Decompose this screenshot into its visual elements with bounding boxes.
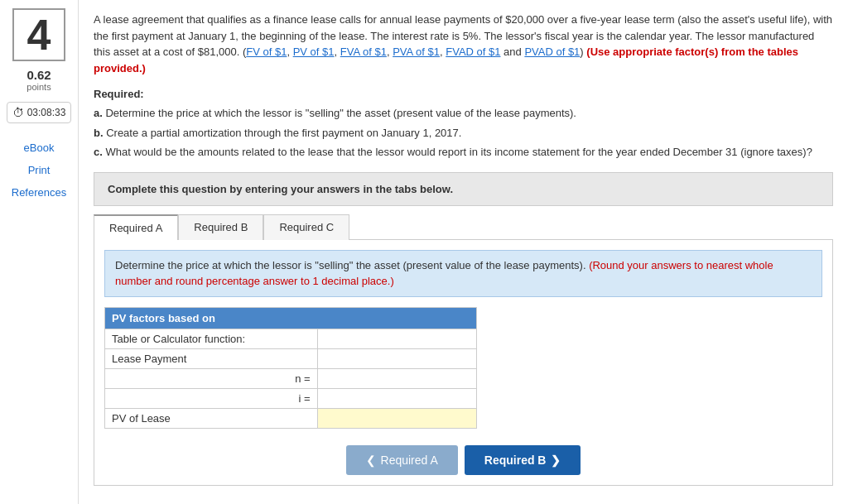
pv-lease-input-cell: [317, 408, 476, 428]
sidebar-links: eBook Print References: [0, 140, 78, 200]
table-header-row: PV factors based on: [105, 307, 477, 329]
tab-required-b[interactable]: Required B: [178, 214, 263, 240]
tab-required-c[interactable]: Required C: [263, 214, 349, 240]
fva-link[interactable]: FVA of $1: [340, 46, 387, 58]
fvad-link[interactable]: FVAD of $1: [446, 46, 500, 58]
prev-button[interactable]: ❮ Required A: [346, 445, 458, 475]
tab-content: Determine the price at which the lessor …: [94, 239, 833, 486]
points-value: 0.62: [26, 68, 51, 82]
calc-label: Table or Calculator function:: [105, 329, 318, 348]
points-label: points: [26, 82, 51, 92]
references-link[interactable]: References: [8, 185, 70, 200]
fv-link[interactable]: FV of $1: [246, 46, 287, 58]
timer-icon: ⏱: [12, 106, 24, 119]
next-button[interactable]: Required B ❯: [465, 445, 581, 475]
question-number: 4: [12, 8, 65, 61]
lease-payment-input[interactable]: [325, 353, 470, 365]
pvad-link[interactable]: PVAD of $1: [524, 46, 580, 58]
pv-lease-label: PV of Lease: [105, 408, 318, 428]
lease-label: Lease Payment: [105, 348, 318, 368]
next-label: Required B: [484, 454, 547, 467]
table-header-cell: PV factors based on: [105, 307, 477, 329]
table-row-lease: Lease Payment: [105, 348, 477, 368]
req-label-a: a.: [94, 107, 105, 119]
n-label: n =: [105, 368, 318, 388]
required-heading: Required:: [94, 88, 833, 100]
i-input-cell: [317, 388, 476, 408]
required-section: Required: a. Determine the price at whic…: [94, 88, 833, 161]
lease-input-cell: [317, 348, 476, 368]
calc-input-cell: [317, 329, 476, 348]
table-row-pv-lease: PV of Lease: [105, 408, 477, 428]
main-content: A lease agreement that qualifies as a fi…: [79, 0, 848, 504]
table-row-calc: Table or Calculator function:: [105, 329, 477, 348]
req-item-b: b. Create a partial amortization through…: [94, 125, 833, 142]
n-input-cell: [317, 368, 476, 388]
pv-lease-input[interactable]: [325, 412, 470, 425]
req-label-b: b.: [94, 127, 106, 139]
req-label-c: c.: [94, 146, 105, 158]
nav-buttons: ❮ Required A Required B ❯: [104, 445, 822, 475]
req-item-c: c. What would be the amounts related to …: [94, 144, 833, 161]
n-input[interactable]: [325, 372, 470, 385]
table-row-n: n =: [105, 368, 477, 388]
table-row-i: i =: [105, 388, 477, 408]
i-label: i =: [105, 388, 318, 408]
instruction-text: Determine the price at which the lessor …: [115, 259, 589, 271]
tab-required-a[interactable]: Required A: [94, 214, 178, 240]
sidebar: 4 0.62 points ⏱ 03:08:33 eBook Print Ref…: [0, 0, 79, 504]
pv-link[interactable]: PV of $1: [293, 46, 335, 58]
pv-factors-table: PV factors based on Table or Calculator …: [104, 307, 477, 429]
instruction-bar: Determine the price at which the lessor …: [104, 250, 822, 297]
calc-input[interactable]: [325, 333, 470, 345]
prev-icon: ❮: [366, 454, 376, 467]
timer-value: 03:08:33: [27, 107, 66, 118]
prev-label: Required A: [381, 454, 438, 467]
ebook-link[interactable]: eBook: [21, 140, 58, 156]
next-icon: ❯: [551, 454, 561, 467]
i-input[interactable]: [325, 392, 470, 405]
problem-text: A lease agreement that qualifies as a fi…: [94, 12, 833, 76]
tabs-container: Required A Required B Required C: [94, 214, 833, 240]
timer-box: ⏱ 03:08:33: [7, 102, 72, 123]
print-link[interactable]: Print: [25, 162, 54, 178]
pva-link[interactable]: PVA of $1: [393, 46, 440, 58]
req-item-a: a. Determine the price at which the less…: [94, 105, 833, 122]
complete-box: Complete this question by entering your …: [94, 172, 833, 206]
